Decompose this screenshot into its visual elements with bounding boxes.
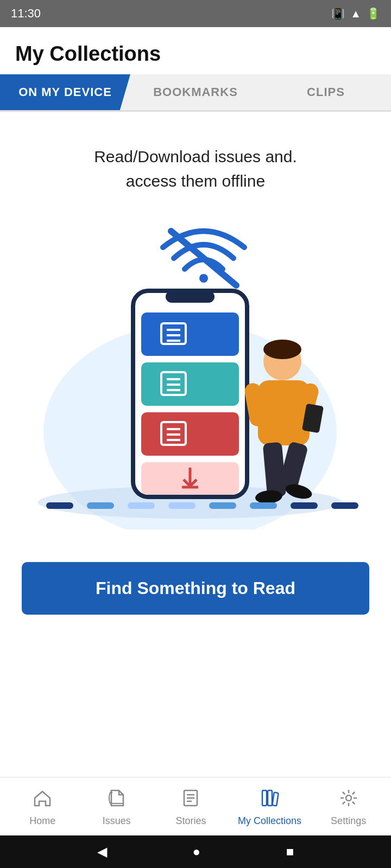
- nav-item-my-collections[interactable]: My Collections: [238, 788, 301, 827]
- svg-rect-5: [166, 291, 215, 303]
- bottom-nav: Home Issues Stories: [0, 777, 391, 835]
- svg-rect-17: [141, 412, 239, 456]
- illustration: [22, 215, 369, 529]
- my-collections-icon: [260, 788, 280, 812]
- svg-rect-12: [141, 362, 239, 406]
- stories-label: Stories: [175, 815, 206, 827]
- status-icons: 📳 ▲ 🔋: [331, 7, 380, 20]
- settings-label: Settings: [331, 815, 366, 827]
- svg-point-26: [263, 340, 301, 359]
- nav-item-settings[interactable]: Settings: [321, 788, 376, 827]
- svg-rect-40: [250, 502, 277, 509]
- svg-rect-7: [141, 312, 239, 356]
- svg-rect-49: [272, 793, 278, 806]
- tabs-bar: ON MY DEVICE BOOKMARKS CLIPS: [0, 74, 391, 112]
- wifi-off-icon: [163, 231, 244, 285]
- svg-rect-41: [291, 502, 318, 509]
- issues-label: Issues: [103, 815, 131, 827]
- stories-icon: [181, 788, 200, 812]
- find-something-button[interactable]: Find Something to Read: [22, 562, 369, 615]
- tab-bookmarks[interactable]: BOOKMARKS: [130, 74, 261, 110]
- svg-point-2: [199, 274, 208, 283]
- vibrate-icon: 📳: [331, 7, 345, 20]
- settings-icon: [339, 788, 358, 812]
- home-label: Home: [29, 815, 55, 827]
- tab-clips[interactable]: CLIPS: [261, 74, 391, 110]
- nav-item-issues[interactable]: Issues: [90, 788, 144, 827]
- svg-rect-37: [128, 502, 155, 509]
- android-nav-bar: ◀ ● ■: [0, 835, 391, 868]
- svg-rect-48: [268, 790, 272, 806]
- nav-item-home[interactable]: Home: [15, 788, 70, 827]
- svg-rect-47: [262, 790, 267, 806]
- svg-rect-42: [331, 502, 358, 509]
- android-back-button[interactable]: ◀: [97, 844, 107, 859]
- promo-line1: Read/Download issues and.: [94, 148, 297, 165]
- android-home-button[interactable]: ●: [192, 844, 200, 859]
- home-icon: [33, 788, 52, 812]
- promo-line2: access them offline: [126, 172, 265, 190]
- issues-icon: [107, 788, 127, 812]
- promo-text: Read/Download issues and. access them of…: [94, 144, 297, 193]
- wifi-icon: ▲: [350, 8, 361, 20]
- header: My Collections: [0, 27, 391, 74]
- offline-illustration: [33, 215, 358, 529]
- page-title: My Collections: [15, 42, 376, 66]
- tab-on-device[interactable]: ON MY DEVICE: [0, 74, 130, 110]
- svg-rect-35: [46, 502, 73, 509]
- status-time: 11:30: [11, 7, 41, 21]
- status-bar: 11:30 📳 ▲ 🔋: [0, 0, 391, 27]
- main-content: Read/Download issues and. access them of…: [0, 112, 391, 777]
- svg-rect-36: [87, 502, 114, 509]
- battery-icon: 🔋: [367, 7, 380, 20]
- my-collections-label: My Collections: [238, 815, 301, 827]
- svg-point-50: [346, 795, 351, 801]
- svg-rect-38: [168, 502, 195, 509]
- nav-item-stories[interactable]: Stories: [163, 788, 218, 827]
- svg-rect-39: [209, 502, 236, 509]
- android-recent-button[interactable]: ■: [286, 844, 294, 859]
